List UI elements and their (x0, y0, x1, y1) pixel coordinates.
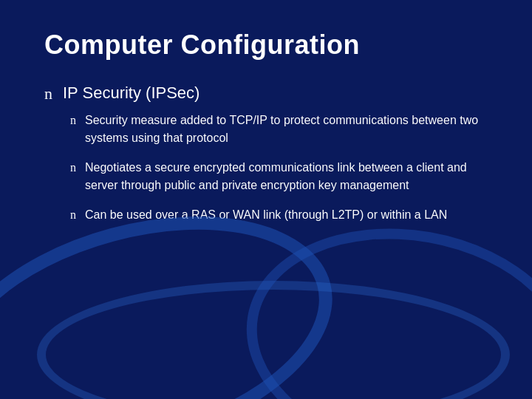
sub-bullet-marker-2: n (70, 161, 76, 174)
main-bullet-label: IP Security (IPSec) (63, 83, 200, 102)
decorative-curve (37, 281, 510, 399)
sub-bullet-2: n Negotiates a secure encrypted communic… (70, 159, 488, 194)
sub-bullet-marker-3: n (70, 208, 76, 222)
sub-bullet-1: n Security measure added to TCP/IP to pr… (70, 112, 488, 147)
sub-bullet-text-3: Can be used over a RAS or WAN link (thro… (85, 206, 447, 224)
slide: Computer Configuration n IP Security (IP… (0, 0, 532, 399)
sub-bullet-text-1: Security measure added to TCP/IP to prot… (85, 112, 488, 147)
sub-bullet-3: n Can be used over a RAS or WAN link (th… (70, 206, 488, 224)
main-bullet-marker: n (44, 84, 52, 103)
sub-bullet-marker-1: n (70, 114, 76, 127)
sub-bullets-list: n Security measure added to TCP/IP to pr… (70, 112, 488, 224)
main-bullet: n IP Security (IPSec) n Security measure… (44, 83, 488, 236)
sub-bullet-text-2: Negotiates a secure encrypted communicat… (85, 159, 488, 194)
slide-title: Computer Configuration (44, 30, 488, 61)
